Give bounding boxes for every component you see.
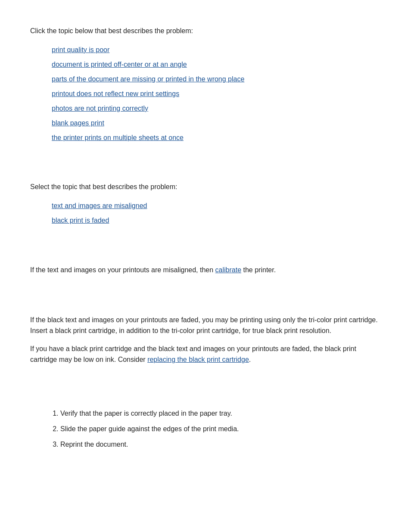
step-3: Reprint the document.: [60, 439, 381, 450]
misalignment-paragraph: If the text and images on your printouts…: [30, 264, 381, 276]
list-item-photos: photos are not printing correctly: [52, 103, 381, 114]
link-missing-parts[interactable]: parts of the document are missing or pri…: [52, 75, 244, 83]
list-item-off-center: document is printed off-center or at an …: [52, 59, 381, 70]
replace-cartridge-link[interactable]: replacing the black print cartridge: [147, 356, 249, 363]
faded-paragraph-2: If you have a black print cartridge and …: [30, 343, 381, 365]
list-item-faded: black print is faded: [52, 215, 381, 226]
list-item-misaligned: text and images are misaligned: [52, 201, 381, 211]
section-misalignment-info: If the text and images on your printouts…: [30, 264, 381, 276]
section-click-topic: Click the topic below that best describe…: [30, 26, 381, 143]
link-new-settings[interactable]: printout does not reflect new print sett…: [52, 90, 179, 97]
faded-text-suffix: .: [249, 356, 251, 363]
topic-link-list-1: print quality is poor document is printe…: [30, 45, 381, 143]
topic-link-list-2: text and images are misaligned black pri…: [30, 201, 381, 226]
misalignment-text-prefix: If the text and images on your printouts…: [30, 266, 215, 274]
list-item-multiple-sheets: the printer prints on multiple sheets at…: [52, 133, 381, 143]
link-print-quality[interactable]: print quality is poor: [52, 46, 109, 53]
list-item-blank-pages: blank pages print: [52, 118, 381, 128]
list-item-missing-parts: parts of the document are missing or pri…: [52, 74, 381, 84]
section-steps: Verify that the paper is correctly place…: [30, 408, 381, 450]
spacer-1: [30, 160, 381, 182]
link-off-center[interactable]: document is printed off-center or at an …: [52, 61, 187, 68]
spacer-3: [30, 293, 381, 314]
step-1: Verify that the paper is correctly place…: [60, 408, 381, 419]
link-faded[interactable]: black print is faded: [52, 217, 109, 224]
section-select-topic: Select the topic that best describes the…: [30, 182, 381, 226]
steps-list: Verify that the paper is correctly place…: [30, 408, 381, 450]
link-misaligned[interactable]: text and images are misaligned: [52, 202, 147, 209]
spacer-2: [30, 243, 381, 264]
link-multiple-sheets[interactable]: the printer prints on multiple sheets at…: [52, 134, 184, 141]
section-faded-info: If the black text and images on your pri…: [30, 314, 381, 365]
spacer-4: [30, 383, 381, 404]
misalignment-text-suffix: the printer.: [241, 266, 276, 274]
intro-text-2: Select the topic that best describes the…: [30, 182, 381, 192]
faded-paragraph-1: If the black text and images on your pri…: [30, 314, 381, 336]
intro-text-1: Click the topic below that best describe…: [30, 26, 381, 36]
step-2: Slide the paper guide against the edges …: [60, 424, 381, 434]
link-blank-pages[interactable]: blank pages print: [52, 119, 104, 127]
list-item-print-quality: print quality is poor: [52, 45, 381, 55]
link-photos[interactable]: photos are not printing correctly: [52, 105, 148, 112]
calibrate-link[interactable]: calibrate: [215, 266, 241, 274]
list-item-new-settings: printout does not reflect new print sett…: [52, 89, 381, 99]
